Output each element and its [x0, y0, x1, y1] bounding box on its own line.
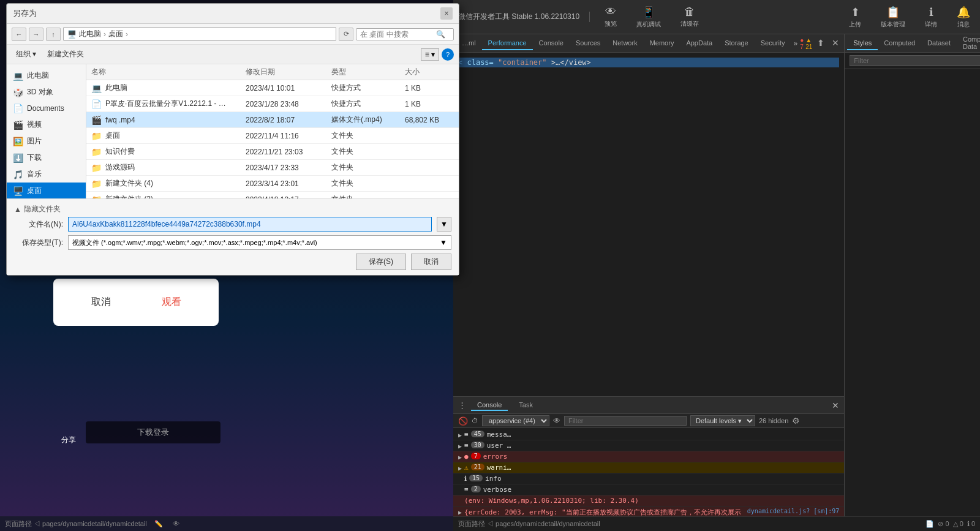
list-item[interactable]: ▶ ● 7 errors — [453, 451, 844, 462]
tab-component-data[interactable]: Component Data — [957, 34, 980, 54]
dom-selected-line[interactable]: < class= "container" >…</view> — [458, 58, 839, 67]
new-folder-button[interactable]: 新建文件夹 — [43, 47, 88, 61]
list-item[interactable]: ▶ ⚠ 21 warni… — [453, 462, 844, 473]
forward-button[interactable]: → — [29, 28, 43, 41]
organize-button[interactable]: 组织 ▾ — [12, 47, 40, 61]
cancel-dialog-button[interactable]: 取消 — [411, 254, 451, 270]
back-button[interactable]: ← — [12, 28, 26, 41]
table-row[interactable]: 💻此电脑 2023/4/1 10:01 快捷方式 1 KB — [86, 80, 459, 96]
search-box[interactable]: 🔍 — [356, 28, 454, 40]
tab-storage[interactable]: Storage — [718, 37, 755, 50]
version-mgmt-label: 版本管理 — [881, 20, 905, 29]
watch-button[interactable]: 观看 — [149, 291, 194, 314]
tab-task[interactable]: Task — [513, 400, 539, 411]
devtools-close-btn[interactable]: ✕ — [829, 37, 842, 50]
sidebar-item-downloads[interactable]: ⬇️ 下载 — [7, 149, 86, 166]
device-debug-button[interactable]: 📱 真机调试 — [631, 3, 666, 31]
list-item[interactable]: ▶ ≡ 2 verbose — [453, 484, 844, 495]
sidebar-item-3d[interactable]: 🎲 3D 对象 — [7, 84, 86, 100]
cancel-button[interactable]: 取消 — [79, 291, 123, 314]
info-icon: ℹ — [464, 475, 467, 483]
device-debug-icon: 📱 — [642, 6, 655, 19]
console-level-select[interactable]: Default levels ▾ — [690, 415, 755, 426]
tab-security[interactable]: Security — [755, 37, 791, 50]
sidebar-label-downloads: 下载 — [27, 153, 42, 163]
tab-performance[interactable]: Performance — [482, 37, 533, 50]
expand-icon[interactable]: ▶ — [458, 509, 462, 516]
table-row-selected[interactable]: 🎬fwq .mp4 2022/8/2 18:07 媒体文件(.mp4) 68,8… — [86, 112, 459, 128]
table-row[interactable]: 📁桌面 2022/11/4 11:16 文件夹 — [86, 128, 459, 144]
search-input[interactable] — [360, 30, 434, 39]
tab-network[interactable]: Network — [606, 37, 643, 50]
filename-dropdown-btn[interactable]: ▼ — [437, 217, 451, 232]
help-button[interactable]: ? — [442, 48, 454, 61]
preview-button[interactable]: 👁 预览 — [600, 3, 622, 31]
search-icon: 🔍 — [436, 30, 445, 39]
hidden-files-toggle[interactable]: ▲ 隐藏文件夹 — [14, 204, 451, 214]
tab-console-bottom[interactable]: Console — [471, 400, 508, 411]
download-button[interactable]: 下载登录 — [86, 421, 221, 443]
sidebar-item-computer[interactable]: 💻 此电脑 — [7, 67, 86, 84]
sidebar-item-desktop[interactable]: 🖥️ 桌面 — [7, 183, 86, 198]
appservice-selector[interactable]: appservice (#4) — [482, 415, 549, 426]
expand-icon[interactable]: ▶ — [458, 465, 462, 472]
console-clear-button[interactable]: 🚫 — [458, 416, 468, 426]
console-filter-input[interactable] — [564, 416, 687, 426]
sidebar-item-docs[interactable]: 📄 Documents — [7, 100, 86, 116]
table-row[interactable]: 📁新建文件夹 (4) 2023/3/14 23:01 文件夹 — [86, 176, 459, 192]
expand-icon[interactable]: ▶ — [458, 443, 462, 450]
devtools-expand-btn[interactable]: ⬆ — [815, 37, 827, 50]
clear-cache-button[interactable]: 🗑 清缓存 — [676, 3, 704, 31]
up-button[interactable]: ↑ — [46, 28, 61, 41]
refresh-button[interactable]: ⟳ — [339, 28, 353, 41]
file-icon-folder-desktop: 📁 — [91, 131, 102, 141]
console-settings-button[interactable]: ⚙ — [792, 416, 800, 426]
console-eye-button[interactable]: 👁 — [553, 416, 560, 425]
console-error-line: ▶ (env: Windows,mp,1.06.2210310; lib: 2.… — [453, 495, 844, 507]
filetype-dropdown[interactable]: 视频文件 (*.ogm;*.wmv;*.mpg;*.webm;*.ogv;*.m… — [68, 235, 451, 250]
table-row[interactable]: 📁游戏源码 2023/4/17 23:33 文件夹 — [86, 160, 459, 176]
styles-filter-input[interactable] — [850, 55, 980, 66]
sidebar-item-video[interactable]: 🎬 视频 — [7, 116, 86, 133]
sidebar-item-pictures[interactable]: 🖼️ 图片 — [7, 133, 86, 149]
edit-icon: ✏️ — [154, 520, 163, 528]
save-button[interactable]: 保存(S) — [356, 254, 406, 270]
eye-status-icon: 👁 — [173, 520, 179, 527]
table-row[interactable]: 📁知识付费 2022/11/21 23:03 文件夹 — [86, 144, 459, 160]
version-mgmt-button[interactable]: 📋 版本管理 — [876, 3, 910, 31]
tab-computed[interactable]: Computed — [878, 37, 921, 50]
sidebar-item-music[interactable]: 🎵 音乐 — [7, 166, 86, 183]
info-count: 15 — [469, 475, 483, 481]
dialog-close-button[interactable]: × — [440, 7, 453, 20]
tab-sources[interactable]: Sources — [570, 37, 606, 50]
tab-dataset[interactable]: Dataset — [921, 37, 957, 50]
breadcrumb[interactable]: 🖥️ 此电脑 › 桌面 › — [63, 27, 336, 41]
expand-icon[interactable]: ▶ — [458, 432, 462, 439]
expand-icon[interactable]: ▶ — [458, 454, 462, 461]
preserve-log-btn[interactable]: ⏱ — [472, 417, 478, 424]
list-item[interactable]: ▶ ≡ 45 messa… — [453, 429, 844, 440]
error-badge: ● 7 — [800, 37, 804, 50]
error-source[interactable]: dynamicdetail.js? [sm]:97 — [747, 508, 840, 514]
tab-overflow-btn[interactable]: » — [791, 39, 800, 48]
list-item[interactable]: ▶ ℹ 15 info — [453, 473, 844, 484]
tab-styles[interactable]: Styles — [847, 37, 878, 50]
tab-memory[interactable]: Memory — [644, 37, 680, 50]
table-row[interactable]: 📁新建文件夹 (3) 2023/4/18 13:17 文件夹 — [86, 192, 459, 198]
styles-filter-bar: .cls + — [845, 53, 980, 69]
tab-console[interactable]: Console — [533, 37, 570, 50]
console-close-btn[interactable]: ✕ — [832, 401, 839, 410]
filename-input[interactable] — [68, 217, 432, 232]
detail-button[interactable]: ℹ 详情 — [920, 3, 942, 31]
info-count-status: ℹ 0 — [967, 520, 975, 528]
msg-text: user … — [487, 442, 840, 450]
messages-button[interactable]: 🔔 消息 — [952, 3, 975, 31]
view-button[interactable]: ≡ ▾ — [421, 48, 439, 61]
tab-appdata[interactable]: AppData — [680, 37, 718, 50]
console-menu-icon[interactable]: ⋮ — [458, 401, 466, 410]
tab-html[interactable]: …ml — [456, 37, 482, 50]
list-item[interactable]: ▶ ≡ 30 user … — [453, 440, 844, 451]
console-pane: ⋮ Console Task ✕ 🚫 ⏱ appservice (#4) 👁 D… — [453, 396, 844, 531]
upload-button[interactable]: ⬆ 上传 — [844, 3, 866, 31]
table-row[interactable]: 📄P罩皮·百度云批量分享V1.2212.1 - 快捷... 2023/1/28 … — [86, 96, 459, 112]
